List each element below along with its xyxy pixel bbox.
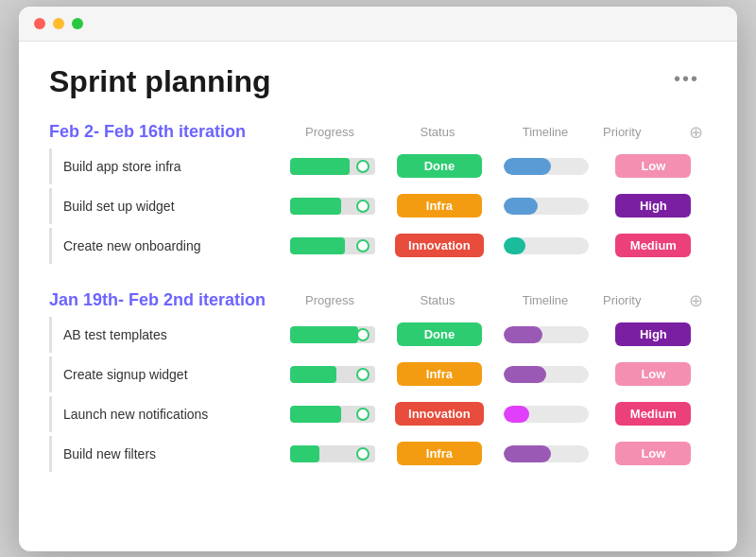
close-button[interactable]: [34, 18, 45, 29]
task-name: Build app store infra: [52, 151, 279, 182]
timeline-cell: [493, 406, 600, 423]
priority-badge[interactable]: Low: [615, 362, 691, 386]
priority-badge[interactable]: Low: [615, 442, 691, 465]
minimize-button[interactable]: [53, 18, 64, 29]
col-progress-1: Progress: [276, 125, 384, 139]
col-status-2: Status: [384, 293, 491, 307]
page-header: Sprint planning •••: [49, 64, 707, 99]
priority-cell: High: [600, 322, 707, 346]
col-timeline-2: Timeline: [491, 293, 599, 307]
status-badge[interactable]: Infra: [397, 194, 482, 218]
section-1: Feb 2- Feb 16th iteration Progress Statu…: [49, 122, 707, 264]
table-row[interactable]: AB test templates Done High: [49, 317, 707, 353]
timeline-cell: [493, 445, 600, 462]
priority-badge[interactable]: High: [615, 194, 691, 218]
section-header-1: Feb 2- Feb 16th iteration Progress Statu…: [49, 122, 707, 143]
timeline-bar: [504, 198, 589, 215]
priority-cell: Low: [600, 362, 707, 386]
status-cell: Innovation: [386, 402, 492, 426]
status-badge[interactable]: Done: [397, 322, 482, 346]
status-badge[interactable]: Infra: [397, 442, 482, 465]
status-cell: Infra: [386, 442, 492, 465]
progress-bar: [290, 326, 375, 343]
priority-badge[interactable]: High: [615, 322, 691, 346]
status-badge[interactable]: Infra: [397, 362, 482, 386]
title-bar: [19, 7, 737, 42]
status-badge[interactable]: Innovation: [395, 234, 484, 257]
task-name: AB test templates: [52, 320, 279, 350]
progress-cell: [279, 406, 386, 423]
table-row[interactable]: Create signup widget Infra Low: [49, 357, 707, 392]
status-cell: Infra: [386, 362, 492, 386]
col-timeline-1: Timeline: [491, 125, 599, 139]
task-name: Create new onboarding: [52, 231, 279, 261]
progress-cell: [279, 158, 386, 175]
priority-badge[interactable]: Low: [615, 154, 691, 178]
more-options-button[interactable]: •••: [666, 64, 707, 94]
main-content: Sprint planning ••• Feb 2- Feb 16th iter…: [19, 42, 737, 521]
status-cell: Infra: [386, 194, 492, 218]
timeline-cell: [493, 198, 600, 215]
task-name: Create signup widget: [52, 359, 279, 390]
priority-badge[interactable]: Medium: [615, 402, 691, 426]
app-window: Sprint planning ••• Feb 2- Feb 16th iter…: [19, 7, 737, 551]
status-badge[interactable]: Innovation: [395, 402, 484, 426]
table-row[interactable]: Build new filters Infra Low: [49, 436, 707, 472]
col-priority-2: Priority: [603, 293, 641, 307]
add-task-button-1[interactable]: ⊕: [689, 122, 703, 143]
table-row[interactable]: Build set up widget Infra High: [49, 188, 707, 224]
progress-bar: [290, 406, 375, 423]
status-badge[interactable]: Done: [397, 154, 482, 178]
priority-cell: Medium: [600, 234, 707, 257]
table-row[interactable]: Create new onboarding Innovation Medium: [49, 228, 707, 264]
priority-cell: Medium: [600, 402, 707, 426]
task-name: Launch new notifications: [52, 399, 279, 429]
add-task-button-2[interactable]: ⊕: [689, 290, 703, 311]
progress-bar: [290, 158, 375, 175]
progress-cell: [279, 198, 386, 215]
table-row[interactable]: Build app store infra Done Low: [49, 148, 707, 184]
section-2: Jan 19th- Feb 2nd iteration Progress Sta…: [49, 290, 707, 472]
status-cell: Done: [386, 154, 492, 178]
progress-cell: [279, 366, 386, 383]
progress-bar: [290, 198, 375, 215]
col-status-1: Status: [384, 125, 491, 139]
progress-cell: [279, 445, 386, 462]
timeline-bar: [504, 445, 589, 462]
section-header-2: Jan 19th- Feb 2nd iteration Progress Sta…: [49, 290, 707, 311]
section-title-2: Jan 19th- Feb 2nd iteration: [49, 290, 276, 310]
timeline-cell: [493, 366, 600, 383]
timeline-cell: [493, 237, 600, 254]
priority-cell: Low: [600, 154, 707, 178]
priority-badge[interactable]: Medium: [615, 234, 691, 257]
timeline-cell: [493, 158, 600, 175]
col-priority-1: Priority: [603, 125, 641, 139]
page-title: Sprint planning: [49, 64, 271, 99]
timeline-bar: [504, 237, 589, 254]
priority-cell: High: [600, 194, 707, 218]
timeline-bar: [504, 406, 589, 423]
maximize-button[interactable]: [72, 18, 83, 29]
timeline-bar: [504, 326, 589, 343]
progress-cell: [279, 326, 386, 343]
col-progress-2: Progress: [276, 293, 384, 307]
table-row[interactable]: Launch new notifications Innovation Medi…: [49, 396, 707, 432]
progress-bar: [290, 445, 375, 462]
priority-cell: Low: [600, 442, 707, 465]
task-name: Build set up widget: [52, 191, 279, 221]
status-cell: Innovation: [386, 234, 492, 257]
sections-container: Feb 2- Feb 16th iteration Progress Statu…: [49, 122, 707, 472]
progress-bar: [290, 366, 375, 383]
task-name: Build new filters: [52, 439, 279, 469]
status-cell: Done: [386, 322, 492, 346]
section-title-1: Feb 2- Feb 16th iteration: [49, 122, 276, 142]
timeline-cell: [493, 326, 600, 343]
timeline-bar: [504, 158, 589, 175]
progress-cell: [279, 237, 386, 254]
timeline-bar: [504, 366, 589, 383]
progress-bar: [290, 237, 375, 254]
